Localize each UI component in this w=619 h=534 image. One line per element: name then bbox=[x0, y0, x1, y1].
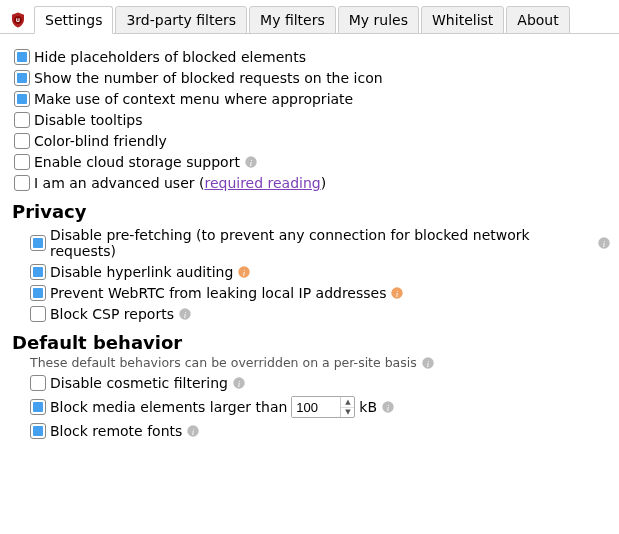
svg-text:U: U bbox=[16, 17, 20, 23]
spin-down-icon[interactable]: ▼ bbox=[341, 408, 354, 418]
info-icon[interactable]: i bbox=[597, 236, 611, 250]
default-behavior-note: These default behaviors can be overridde… bbox=[30, 355, 611, 370]
checkbox-hide-placeholders[interactable] bbox=[14, 49, 30, 65]
info-icon[interactable]: i bbox=[244, 155, 258, 169]
label-webrtc: Prevent WebRTC from leaking local IP add… bbox=[50, 285, 386, 301]
media-size-input-wrapper: ▲ ▼ bbox=[291, 396, 355, 418]
tab-my-filters[interactable]: My filters bbox=[249, 6, 336, 34]
label-show-count: Show the number of blocked requests on t… bbox=[34, 70, 383, 86]
checkbox-advanced-user[interactable] bbox=[14, 175, 30, 191]
label-hide-placeholders: Hide placeholders of blocked elements bbox=[34, 49, 306, 65]
label-disable-tooltips: Disable tooltips bbox=[34, 112, 142, 128]
info-icon[interactable]: i bbox=[381, 400, 395, 414]
info-icon[interactable]: i bbox=[232, 376, 246, 390]
advanced-post-text: ) bbox=[321, 175, 326, 191]
label-cloud-storage: Enable cloud storage support bbox=[34, 154, 240, 170]
media-size-input[interactable] bbox=[292, 397, 340, 417]
checkbox-context-menu[interactable] bbox=[14, 91, 30, 107]
label-csp: Block CSP reports bbox=[50, 306, 174, 322]
default-behavior-heading: Default behavior bbox=[12, 332, 611, 353]
checkbox-block-media[interactable] bbox=[30, 399, 46, 415]
label-advanced-user: I am an advanced user (required reading) bbox=[34, 175, 326, 191]
advanced-pre-text: I am an advanced user ( bbox=[34, 175, 204, 191]
label-prefetch: Disable pre-fetching (to prevent any con… bbox=[50, 227, 593, 259]
settings-panel: Hide placeholders of blocked elements Sh… bbox=[0, 34, 619, 454]
info-icon[interactable]: i bbox=[178, 307, 192, 321]
checkbox-webrtc[interactable] bbox=[30, 285, 46, 301]
default-note-text: These default behaviors can be overridde… bbox=[30, 355, 417, 370]
checkbox-remote-fonts[interactable] bbox=[30, 423, 46, 439]
tab-whitelist[interactable]: Whitelist bbox=[421, 6, 504, 34]
label-context-menu: Make use of context menu where appropria… bbox=[34, 91, 353, 107]
app-shield-icon: U bbox=[8, 10, 28, 30]
checkbox-cloud-storage[interactable] bbox=[14, 154, 30, 170]
label-block-media-pre: Block media elements larger than bbox=[50, 399, 287, 415]
checkbox-color-blind[interactable] bbox=[14, 133, 30, 149]
label-cosmetic-filtering: Disable cosmetic filtering bbox=[50, 375, 228, 391]
spin-up-icon[interactable]: ▲ bbox=[341, 397, 354, 408]
checkbox-prefetch[interactable] bbox=[30, 235, 46, 251]
tab-3rd-party-filters[interactable]: 3rd-party filters bbox=[115, 6, 247, 34]
info-warning-icon[interactable]: i bbox=[237, 265, 251, 279]
privacy-heading: Privacy bbox=[12, 201, 611, 222]
checkbox-hyperlink-auditing[interactable] bbox=[30, 264, 46, 280]
checkbox-show-count[interactable] bbox=[14, 70, 30, 86]
label-remote-fonts: Block remote fonts bbox=[50, 423, 182, 439]
checkbox-csp[interactable] bbox=[30, 306, 46, 322]
checkbox-disable-tooltips[interactable] bbox=[14, 112, 30, 128]
required-reading-link[interactable]: required reading bbox=[204, 175, 320, 191]
checkbox-cosmetic-filtering[interactable] bbox=[30, 375, 46, 391]
label-color-blind: Color-blind friendly bbox=[34, 133, 167, 149]
info-icon[interactable]: i bbox=[421, 356, 435, 370]
tab-my-rules[interactable]: My rules bbox=[338, 6, 419, 34]
info-icon[interactable]: i bbox=[186, 424, 200, 438]
media-size-spinner: ▲ ▼ bbox=[340, 397, 354, 417]
label-block-media-unit: kB bbox=[359, 399, 377, 415]
label-hyperlink-auditing: Disable hyperlink auditing bbox=[50, 264, 233, 280]
tab-settings[interactable]: Settings bbox=[34, 6, 113, 34]
tab-about[interactable]: About bbox=[506, 6, 569, 34]
info-warning-icon[interactable]: i bbox=[390, 286, 404, 300]
tab-bar: U Settings 3rd-party filters My filters … bbox=[0, 0, 619, 34]
